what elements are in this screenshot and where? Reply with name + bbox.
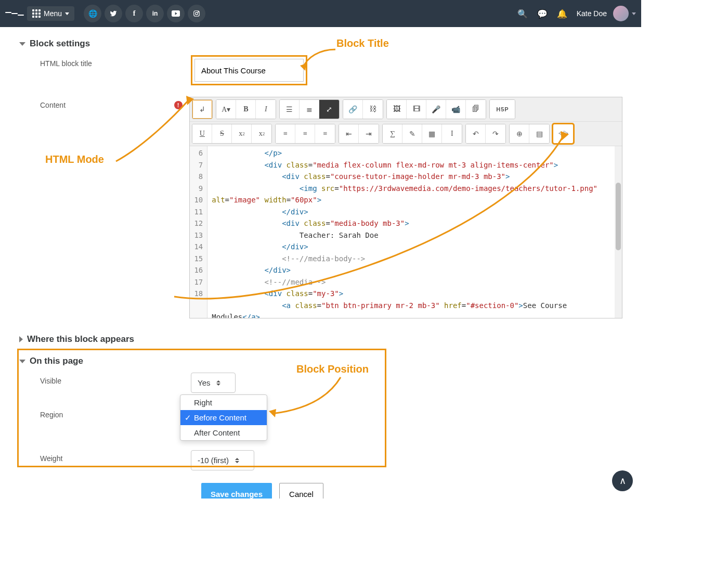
bold-button[interactable]: B (236, 100, 256, 119)
bell-icon[interactable]: 🔔 (557, 9, 567, 19)
svg-point-2 (196, 12, 198, 15)
youtube-icon[interactable] (167, 5, 185, 22)
toolbar-row-2: U S x2 x2 ≡ ≡ ≡ ⇤ ⇥ ∑ (190, 122, 622, 146)
user-name: Kate Doe (577, 9, 607, 18)
number-list-button[interactable]: ≣ (300, 100, 319, 119)
toolbar-row-1: ↲ A▾ B I ☰ ≣ ⤢ 🔗 ⛓ (190, 97, 622, 122)
edit-button[interactable]: ✎ (402, 124, 422, 143)
visible-label: Visible (40, 373, 175, 385)
facebook-icon[interactable]: f (125, 5, 143, 22)
region-option-after[interactable]: After Content (180, 425, 267, 440)
section-block-settings[interactable]: Block settings (9, 31, 633, 53)
expand-icon (19, 336, 23, 342)
user-caret-icon (632, 12, 636, 15)
collapse-icon (19, 360, 25, 363)
caret-down-icon (65, 12, 69, 15)
hamburger-icon[interactable] (5, 4, 24, 23)
weight-select[interactable]: -10 (first) (191, 450, 254, 470)
rich-text-editor: ↲ A▾ B I ☰ ≣ ⤢ 🔗 ⛓ (189, 97, 622, 318)
region-label: Region (40, 406, 175, 419)
italic-button[interactable]: I (256, 100, 276, 119)
menu-label: Menu (44, 9, 62, 18)
bullet-list-button[interactable]: ☰ (280, 100, 300, 119)
weight-label: Weight (40, 450, 175, 463)
fullscreen-button[interactable]: ⤢ (319, 100, 339, 119)
required-icon: ! (174, 101, 183, 109)
accessibility-button[interactable]: ⊕ (510, 124, 529, 143)
code-content[interactable]: </p> <div class="media flex-column flex-… (207, 146, 615, 318)
strike-button[interactable]: S (212, 124, 232, 143)
settings-card: Block settings HTML block title Content … (9, 31, 633, 499)
html-source-button[interactable]: </> (553, 124, 573, 143)
html-block-title-input[interactable] (194, 59, 304, 82)
show-more-button[interactable]: ↲ (192, 100, 212, 119)
font-size-button[interactable]: A▾ (216, 100, 236, 119)
save-button[interactable]: Save changes (201, 483, 272, 499)
files-button[interactable]: 🗐 (466, 100, 486, 119)
cancel-button[interactable]: Cancel (279, 483, 323, 499)
sort-icon (216, 380, 220, 386)
code-editor[interactable]: 6789101112131415161718 </p> <div class="… (190, 146, 622, 318)
visible-value: Yes (198, 378, 210, 387)
table-button[interactable]: ▦ (422, 124, 442, 143)
h5p-button[interactable]: H5P (490, 100, 515, 119)
link-button[interactable]: 🔗 (343, 100, 363, 119)
indent-button[interactable]: ⇥ (359, 124, 379, 143)
section-title: Where this block appears (27, 334, 134, 344)
align-right-button[interactable]: ≡ (315, 124, 335, 143)
avatar (613, 6, 629, 21)
outdent-button[interactable]: ⇤ (339, 124, 359, 143)
grid-button[interactable]: ▤ (529, 124, 549, 143)
globe-icon[interactable]: 🌐 (84, 5, 101, 22)
collapse-icon (19, 42, 25, 46)
visible-select[interactable]: Yes (191, 373, 236, 393)
twitter-icon[interactable] (105, 5, 122, 22)
sort-icon (235, 458, 239, 463)
block-title-highlight (191, 55, 307, 85)
search-icon[interactable]: 🔍 (517, 9, 528, 19)
svg-point-3 (198, 11, 199, 12)
region-dropdown[interactable]: Right Before Content After Content (180, 394, 267, 441)
superscript-button[interactable]: x2 (252, 124, 271, 143)
apps-icon (32, 9, 41, 18)
section-on-this-page[interactable]: On this page (9, 349, 633, 371)
user-menu[interactable]: Kate Doe (577, 6, 636, 21)
line-gutter: 6789101112131415161718 (190, 146, 207, 318)
section-title: Block settings (30, 39, 90, 49)
underline-button[interactable]: U (192, 124, 212, 143)
chat-icon[interactable]: 💬 (537, 9, 548, 19)
region-option-right[interactable]: Right (180, 395, 267, 410)
section-title: On this page (30, 356, 83, 366)
weight-value: -10 (first) (198, 456, 229, 465)
linkedin-icon[interactable]: in (146, 5, 164, 22)
top-nav: Menu 🌐 f in 🔍 💬 🔔 Kate Doe (0, 0, 641, 27)
code-scrollbar[interactable] (615, 146, 622, 318)
html-block-title-label: HTML block title (40, 55, 175, 68)
social-links: 🌐 f in (84, 5, 205, 22)
instagram-icon[interactable] (188, 5, 205, 22)
section-where-appears[interactable]: Where this block appears (9, 321, 633, 349)
region-option-before[interactable]: Before Content (180, 410, 267, 425)
image-button[interactable]: 🖼 (387, 100, 407, 119)
microphone-button[interactable]: 🎤 (426, 100, 446, 119)
equation-button[interactable]: ∑ (383, 124, 402, 143)
align-left-button[interactable]: ≡ (276, 124, 295, 143)
scroll-top-button[interactable]: ∧ (612, 470, 633, 491)
insert-char-button[interactable]: I (442, 124, 462, 143)
align-center-button[interactable]: ≡ (295, 124, 315, 143)
content-label: Content (40, 97, 174, 109)
undo-button[interactable]: ↶ (466, 124, 486, 143)
media-button[interactable]: 🎞 (407, 100, 426, 119)
video-button[interactable]: 📹 (446, 100, 466, 119)
redo-button[interactable]: ↷ (486, 124, 505, 143)
subscript-button[interactable]: x2 (232, 124, 252, 143)
unlink-button[interactable]: ⛓ (363, 100, 383, 119)
menu-button[interactable]: Menu (27, 6, 74, 21)
